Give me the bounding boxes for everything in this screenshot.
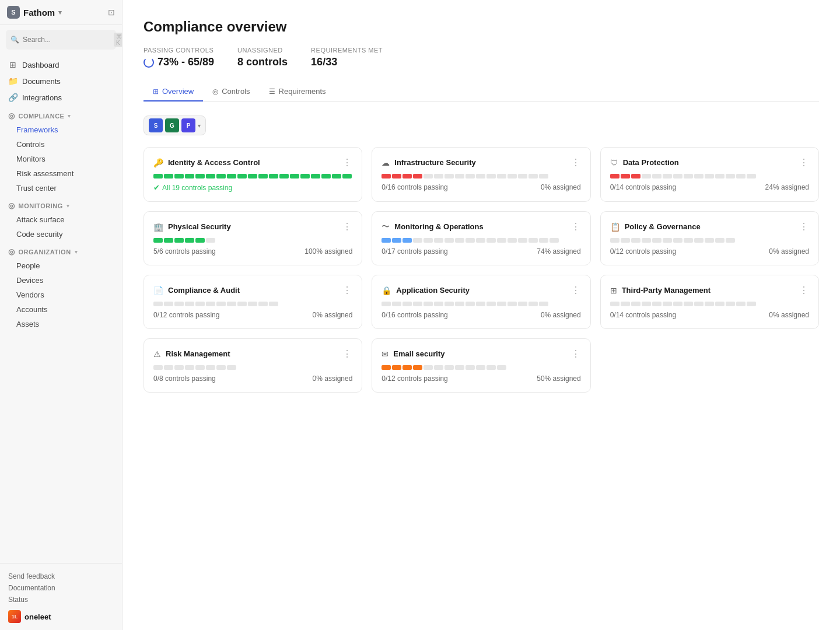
progress-seg-empty bbox=[663, 174, 672, 178]
fw-icon-3: P bbox=[181, 118, 195, 132]
send-feedback-link[interactable]: Send feedback bbox=[8, 570, 114, 582]
card-third-party-management[interactable]: ⊞ Third-Party Management ⋮ 0/14 controls… bbox=[600, 275, 819, 329]
status-link[interactable]: Status bbox=[8, 594, 114, 606]
progress-seg-empty bbox=[539, 174, 548, 178]
card-menu-icon[interactable]: ⋮ bbox=[571, 157, 581, 168]
tab-requirements[interactable]: ☰ Requirements bbox=[260, 82, 335, 102]
card-menu-icon[interactable]: ⋮ bbox=[799, 221, 809, 232]
progress-seg-empty bbox=[642, 174, 651, 178]
card-policy-governance[interactable]: 📋 Policy & Governance ⋮ 0/12 controls pa… bbox=[600, 211, 819, 265]
progress-seg-empty bbox=[715, 174, 724, 178]
progress-seg-empty bbox=[610, 238, 620, 243]
sidebar-item-accounts[interactable]: Accounts bbox=[0, 302, 122, 317]
sidebar-item-devices[interactable]: Devices bbox=[0, 273, 122, 288]
progress-seg-empty bbox=[621, 302, 630, 306]
card-identity-access-control[interactable]: 🔑 Identity & Access Control ⋮ ✔All 19 co… bbox=[144, 147, 362, 202]
card-menu-icon[interactable]: ⋮ bbox=[799, 157, 809, 168]
card-menu-icon[interactable]: ⋮ bbox=[571, 348, 581, 359]
progress-bar bbox=[382, 174, 580, 178]
progress-seg-empty bbox=[227, 302, 236, 306]
card-physical-security[interactable]: 🏢 Physical Security ⋮ 5/6 controls passi… bbox=[144, 211, 362, 265]
progress-seg-empty bbox=[694, 302, 704, 306]
section-compliance[interactable]: ◎ COMPLIANCE ▾ bbox=[0, 106, 122, 123]
card-infrastructure-security[interactable]: ☁ Infrastructure Security ⋮ 0/16 control… bbox=[372, 147, 590, 202]
progress-seg-empty bbox=[216, 302, 226, 306]
passing-text: 0/16 controls passing bbox=[382, 311, 447, 319]
card-email-security[interactable]: ✉ Email security ⋮ 0/12 controls passing… bbox=[372, 338, 590, 393]
progress-seg-orange bbox=[413, 365, 422, 370]
card-menu-icon[interactable]: ⋮ bbox=[342, 285, 352, 296]
card-menu-icon[interactable]: ⋮ bbox=[571, 285, 581, 296]
progress-seg-empty bbox=[455, 174, 464, 178]
tab-overview-label: Overview bbox=[162, 87, 194, 96]
framework-filter[interactable]: S G P ▾ bbox=[144, 116, 206, 135]
tab-controls[interactable]: ◎ Controls bbox=[203, 82, 259, 102]
framework-filter-chevron[interactable]: ▾ bbox=[198, 123, 201, 129]
tab-overview[interactable]: ⊞ Overview bbox=[144, 82, 203, 102]
sidebar-menu-icon[interactable]: ⊡ bbox=[108, 8, 115, 17]
progress-seg-empty bbox=[631, 302, 640, 306]
sidebar-item-trust-center[interactable]: Trust center bbox=[0, 181, 122, 195]
app-logo[interactable]: S Fathom ▾ bbox=[7, 6, 62, 19]
search-bar[interactable]: 🔍 ⌘ K bbox=[6, 30, 116, 50]
sidebar-item-people[interactable]: People bbox=[0, 258, 122, 273]
sidebar-item-frameworks[interactable]: Frameworks bbox=[0, 123, 122, 137]
sidebar-item-attack-surface[interactable]: Attack surface bbox=[0, 212, 122, 227]
stats-row: PASSING CONTROLS 73% - 65/89 UNASSIGNED … bbox=[144, 47, 819, 68]
card-menu-icon[interactable]: ⋮ bbox=[342, 157, 352, 168]
progress-seg-green bbox=[185, 238, 194, 243]
sidebar-item-documents[interactable]: 📁 Documents bbox=[0, 73, 122, 89]
sidebar-item-risk-assessment[interactable]: Risk assessment bbox=[0, 166, 122, 181]
sidebar-item-code-security[interactable]: Code security bbox=[0, 227, 122, 242]
card-risk-management[interactable]: ⚠ Risk Management ⋮ 0/8 controls passing… bbox=[144, 338, 362, 393]
progress-seg-blue bbox=[382, 238, 391, 243]
progress-bar bbox=[610, 174, 809, 178]
card-footer: 0/17 controls passing74% assigned bbox=[382, 247, 580, 256]
card-menu-icon[interactable]: ⋮ bbox=[342, 348, 352, 359]
progress-seg-green bbox=[269, 174, 278, 178]
progress-seg-empty bbox=[248, 302, 257, 306]
section-monitoring[interactable]: ◎ MONITORING ▾ bbox=[0, 195, 122, 212]
card-menu-icon[interactable]: ⋮ bbox=[799, 285, 809, 296]
sidebar-item-assets[interactable]: Assets bbox=[0, 317, 122, 331]
card-application-security[interactable]: 🔒 Application Security ⋮ 0/16 controls p… bbox=[372, 275, 590, 329]
sidebar-item-dashboard[interactable]: ⊞ Dashboard bbox=[0, 57, 122, 73]
card-compliance-audit[interactable]: 📄 Compliance & Audit ⋮ 0/12 controls pas… bbox=[144, 275, 362, 329]
card-data-protection[interactable]: 🛡 Data Protection ⋮ 0/14 controls passin… bbox=[600, 147, 819, 202]
progress-seg-empty bbox=[642, 238, 651, 243]
progress-seg-empty bbox=[497, 365, 506, 370]
progress-seg-empty bbox=[269, 302, 278, 306]
progress-seg-empty bbox=[195, 365, 205, 370]
section-organization[interactable]: ◎ ORGANIZATION ▾ bbox=[0, 242, 122, 258]
card-menu-icon[interactable]: ⋮ bbox=[342, 221, 352, 232]
progress-seg-blue bbox=[402, 238, 412, 243]
card-footer: ✔All 19 controls passing bbox=[153, 183, 352, 192]
sidebar-item-integrations[interactable]: 🔗 Integrations bbox=[0, 89, 122, 106]
progress-seg-green bbox=[164, 174, 173, 178]
progress-seg-orange bbox=[392, 365, 401, 370]
org-badge[interactable]: 1L oneleet bbox=[8, 610, 114, 623]
card-title-row: ⊞ Third-Party Management bbox=[610, 286, 710, 295]
progress-seg-empty bbox=[424, 365, 433, 370]
sidebar-item-controls[interactable]: Controls bbox=[0, 137, 122, 152]
passing-text: 0/14 controls passing bbox=[610, 311, 676, 319]
progress-seg-empty bbox=[434, 365, 443, 370]
progress-seg-empty bbox=[487, 365, 496, 370]
documentation-link[interactable]: Documentation bbox=[8, 582, 114, 594]
card-footer: 0/16 controls passing0% assigned bbox=[382, 183, 580, 191]
card-monitoring-operations[interactable]: 〜 Monitoring & Operations ⋮ 0/17 control… bbox=[372, 211, 590, 265]
app-chevron: ▾ bbox=[58, 9, 62, 16]
progress-seg-empty bbox=[508, 238, 517, 243]
card-header: 🔒 Application Security ⋮ bbox=[382, 285, 580, 296]
progress-seg-empty bbox=[673, 174, 682, 178]
search-input[interactable] bbox=[23, 36, 110, 44]
card-title: Compliance & Audit bbox=[168, 286, 240, 295]
passing-text: 0/12 controls passing bbox=[382, 374, 447, 383]
sidebar-item-monitors[interactable]: Monitors bbox=[0, 152, 122, 166]
card-icon: 📋 bbox=[610, 222, 620, 232]
progress-seg-empty bbox=[153, 302, 163, 306]
requirements-met-label: REQUIREMENTS MET bbox=[311, 47, 383, 54]
progress-seg-green bbox=[164, 238, 173, 243]
card-menu-icon[interactable]: ⋮ bbox=[571, 221, 581, 232]
sidebar-item-vendors[interactable]: Vendors bbox=[0, 288, 122, 302]
